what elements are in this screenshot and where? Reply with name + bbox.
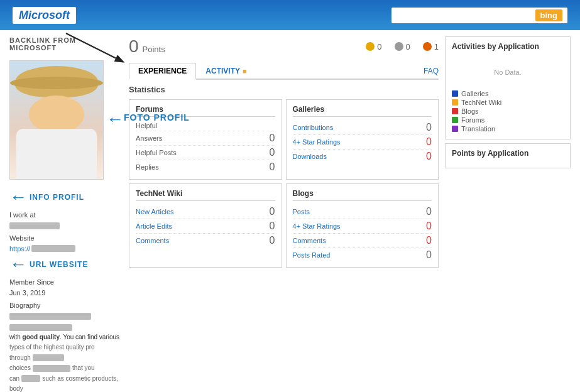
galleries-star-row: 4+ Star Ratings 0 [293,135,432,150]
website-link[interactable]: https:// [9,244,30,254]
work-blur [9,222,60,229]
forums-helpful-posts-label: Helpful Posts [136,149,177,156]
activities-by-application-box: Activities by Application No Data. Galle… [445,36,571,139]
galleries-contributions-label: Contributions [293,124,334,131]
technet-article-edits-label: Article Edits [136,222,172,230]
bing-search-button[interactable]: bing [535,9,562,21]
info-profil-arrow: ← [9,188,27,206]
forums-answers-value: 0 [270,133,275,144]
blogs-posts-rated-row: Posts Rated 0 [293,248,432,262]
blogs-posts-label: Posts [293,208,310,215]
forums-replies-value: 0 [270,161,275,173]
middle-column: 0 Points 0 0 1 EXPERIENCE [129,36,439,386]
blogs-star-value: 0 [426,220,432,232]
tab-activity[interactable]: ACTIVITY ■ [196,63,256,79]
forums-replies-row: Replies 0 [136,160,275,174]
dot-badges: 0 0 1 [366,42,439,52]
legend-translation-label: Translation [461,125,495,133]
technet-comments-row: Comments 0 [136,234,275,248]
url-blur [31,245,75,252]
legend: Galleries TechNet Wiki Blogs Forums Tran… [452,90,564,133]
blogs-box: Blogs Posts 0 4+ Star Ratings 0 Comments… [286,183,439,268]
faq-link[interactable]: FAQ [424,67,439,75]
legend-technet: TechNet Wiki [452,99,564,106]
blogs-posts-rated-label: Posts Rated [293,251,331,259]
profile-work: I work at [9,210,123,231]
legend-forums-dot [452,117,458,123]
legend-forums: Forums [452,116,564,124]
badge-yellow-value: 0 [377,42,381,52]
blogs-posts-row: Posts 0 [293,205,432,219]
legend-blogs-dot [452,108,458,114]
galleries-contributions-value: 0 [426,122,432,133]
right-column: Activities by Application No Data. Galle… [445,36,571,386]
bing-search-bar[interactable]: bing [391,8,567,23]
activities-by-application-title: Activities by Application [452,42,564,51]
badge-orange: 1 [423,42,439,52]
tabs-row: EXPERIENCE ACTIVITY ■ FAQ [129,63,439,80]
bio-blur-4 [33,365,70,372]
microsoft-logo: Microsoft [13,7,76,24]
statistics-label: Statistics [129,85,439,94]
dot-gray-icon [395,42,403,51]
galleries-downloads-value: 0 [426,151,432,162]
badge-yellow: 0 [366,42,381,52]
forums-helpful-posts-value: 0 [270,147,275,158]
technet-comments-label: Comments [136,237,169,244]
blogs-star-label: 4+ Star Ratings [293,222,341,230]
url-website-arrow: ← [9,256,27,273]
legend-blogs-label: Blogs [461,107,479,115]
blogs-posts-value: 0 [426,206,432,217]
legend-technet-label: TechNet Wiki [461,99,501,106]
member-since: Member Since Jun 3, 2019 [9,277,123,298]
rss-icon: ■ [243,67,247,75]
blogs-title: Blogs [293,189,432,201]
points-by-application-box: Points by Application [445,143,571,168]
badge-gray: 0 [395,42,410,52]
no-data-text: No Data. [452,56,564,89]
info-profil-label: INFO PROFIL [30,193,84,202]
galleries-downloads-row: Downloads 0 [293,150,432,163]
blogs-comments-row: Comments 0 [293,234,432,248]
galleries-title: Galleries [293,105,432,117]
dot-yellow-icon [366,42,375,51]
galleries-contributions-row: Contributions 0 [293,121,432,135]
points-by-application-title: Points by Application [452,149,564,158]
forums-helpful-posts-row: Helpful Posts 0 [136,146,275,160]
blogs-star-row: 4+ Star Ratings 0 [293,219,432,234]
legend-forums-label: Forums [461,116,484,124]
forums-answers-label: Answers [136,134,162,142]
galleries-star-value: 0 [426,136,432,148]
legend-blogs: Blogs [452,107,564,115]
left-column: BACKLINK FROM MICROSOFT ← [9,36,123,386]
foto-profil-arrow: ← [106,111,124,128]
technet-new-articles-label: New Articles [136,208,174,215]
biography-section: Biography with good quality. You can fin… [9,300,123,392]
legend-translation: Translation [452,125,564,133]
bio-blur-1 [9,313,91,320]
legend-galleries: Galleries [452,90,564,97]
foto-profil-label: FOTO PROFIL [124,112,190,122]
blogs-comments-label: Comments [293,237,326,244]
search-input[interactable] [397,11,535,20]
bio-blur-2 [9,324,72,331]
dot-orange-icon [423,42,432,51]
technet-new-articles-value: 0 [270,206,275,217]
technet-wiki-box: TechNet Wiki New Articles 0 Article Edit… [129,183,282,268]
backlink-label: BACKLINK FROM MICROSOFT [9,36,123,52]
main-container: BACKLINK FROM MICROSOFT ← [0,30,580,392]
galleries-star-label: 4+ Star Ratings [293,138,341,146]
legend-translation-dot [452,126,458,132]
legend-technet-dot [452,99,458,106]
technet-comments-value: 0 [270,235,275,246]
header: Microsoft bing [0,0,580,30]
points-row: 0 Points 0 0 1 [129,36,439,57]
galleries-downloads-label: Downloads [293,153,327,160]
galleries-box: Galleries Contributions 0 4+ Star Rating… [286,99,439,180]
url-website-label: URL WEBSITE [30,260,88,269]
points-value: 0 [129,36,139,57]
tab-experience[interactable]: EXPERIENCE [129,63,196,80]
technet-article-edits-row: Article Edits 0 [136,219,275,234]
profile-website-section: Website https:// [9,233,123,254]
blogs-posts-rated-value: 0 [426,249,432,261]
